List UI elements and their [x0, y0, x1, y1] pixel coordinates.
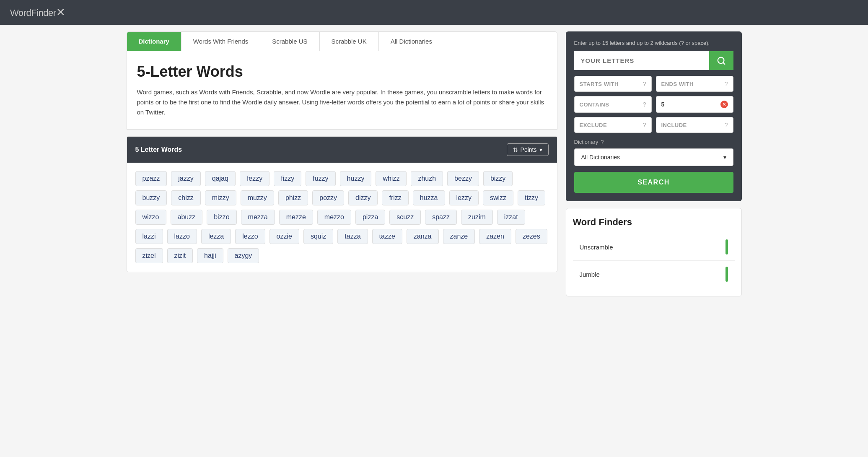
word-chip[interactable]: muzzy: [241, 190, 274, 205]
word-chip[interactable]: bizzy: [483, 171, 513, 186]
word-chip[interactable]: fizzy: [274, 171, 301, 186]
dictionary-help-icon[interactable]: ?: [601, 139, 604, 145]
word-chip[interactable]: jazzy: [171, 171, 200, 186]
word-chip[interactable]: mizzy: [205, 190, 236, 205]
word-chip[interactable]: fezzy: [240, 171, 269, 186]
words-grid: pzazzjazzyqajaqfezzyfizzyfuzzyhuzzywhizz…: [127, 163, 557, 272]
word-chip[interactable]: qajaq: [205, 171, 236, 186]
tab-words-with-friends[interactable]: Words With Friends: [181, 32, 260, 51]
starts-with-help-icon[interactable]: ?: [643, 80, 646, 87]
word-chip[interactable]: wizzo: [135, 210, 166, 225]
word-chip[interactable]: huzzy: [340, 171, 372, 186]
word-chip[interactable]: pozzy: [312, 190, 344, 205]
word-chip[interactable]: fuzzy: [306, 171, 335, 186]
finder-item-unscramble[interactable]: Unscramble: [573, 234, 735, 261]
word-chip[interactable]: lezzy: [449, 190, 479, 205]
word-chip[interactable]: bezzy: [447, 171, 479, 186]
word-finders-title: Word Finders: [573, 217, 735, 228]
word-chip[interactable]: buzzy: [135, 190, 167, 205]
ends-with-help-icon[interactable]: ?: [725, 80, 728, 87]
logo[interactable]: WordFinder✕: [10, 6, 65, 19]
word-chip[interactable]: zizel: [135, 248, 163, 263]
word-chip[interactable]: scuzz: [389, 210, 421, 225]
main-container: Dictionary Words With Friends Scrabble U…: [120, 25, 749, 303]
contains-field[interactable]: CONTAINS ?: [574, 96, 652, 113]
word-chip[interactable]: hajji: [197, 248, 223, 263]
word-chip[interactable]: tazze: [372, 229, 402, 244]
right-sidebar: Enter up to 15 letters and up to 2 wildc…: [566, 31, 742, 296]
word-chip[interactable]: zanze: [443, 229, 475, 244]
word-chip[interactable]: lazzi: [135, 229, 163, 244]
include-help-icon[interactable]: ?: [725, 122, 728, 128]
length-value: 5: [661, 101, 665, 108]
page-title: 5-Letter Words: [137, 63, 547, 80]
word-chip[interactable]: zuzim: [461, 210, 493, 225]
site-header: WordFinder✕: [0, 0, 868, 25]
word-chip[interactable]: pizza: [355, 210, 385, 225]
word-chip[interactable]: frizz: [382, 190, 408, 205]
words-section: 5 Letter Words ⇅ Points ▾ pzazzjazzyqaja…: [127, 136, 557, 272]
sort-button[interactable]: ⇅ Points ▾: [507, 143, 549, 156]
tab-scrabble-us[interactable]: Scrabble US: [260, 32, 319, 51]
exclude-help-icon[interactable]: ?: [643, 122, 646, 128]
sort-icon: ⇅: [513, 146, 518, 153]
search-button[interactable]: SEARCH: [574, 172, 733, 193]
word-chip[interactable]: chizz: [171, 190, 200, 205]
word-chip[interactable]: swizz: [483, 190, 513, 205]
word-chip[interactable]: lezzo: [235, 229, 265, 244]
starts-with-label: STARTS WITH: [580, 81, 619, 87]
word-chip[interactable]: bizzo: [207, 210, 236, 225]
finder-item-jumble[interactable]: Jumble: [573, 261, 735, 288]
content-description: Word games, such as Words with Friends, …: [137, 87, 547, 117]
word-chip[interactable]: phizz: [278, 190, 308, 205]
starts-with-field[interactable]: STARTS WITH ?: [574, 76, 652, 92]
word-chip[interactable]: ozzie: [269, 229, 299, 244]
word-chip[interactable]: spazz: [425, 210, 457, 225]
word-chip[interactable]: azygy: [228, 248, 259, 263]
contains-help-icon[interactable]: ?: [643, 101, 646, 108]
length-clear-button[interactable]: ✕: [720, 101, 728, 108]
word-chip[interactable]: mezze: [279, 210, 313, 225]
word-chip[interactable]: mezza: [241, 210, 275, 225]
logo-symbol: ✕: [56, 6, 65, 18]
word-chip[interactable]: dizzy: [348, 190, 378, 205]
tab-bar: Dictionary Words With Friends Scrabble U…: [127, 31, 557, 51]
search-input[interactable]: [574, 51, 709, 70]
tab-scrabble-uk[interactable]: Scrabble UK: [320, 32, 379, 51]
word-chip[interactable]: lazzo: [167, 229, 197, 244]
word-chip[interactable]: tizzy: [518, 190, 545, 205]
left-column: Dictionary Words With Friends Scrabble U…: [127, 31, 557, 296]
content-card: 5-Letter Words Word games, such as Words…: [127, 51, 557, 130]
ends-with-field[interactable]: ENDS WITH ?: [656, 76, 733, 92]
search-icon-button[interactable]: [709, 51, 733, 70]
sort-chevron-icon: ▾: [539, 146, 542, 153]
word-chip[interactable]: lezza: [201, 229, 231, 244]
exclude-field[interactable]: EXCLUDE ?: [574, 117, 652, 133]
tab-dictionary[interactable]: Dictionary: [127, 32, 181, 51]
word-chip[interactable]: squiz: [303, 229, 333, 244]
word-finders-section: Word Finders Unscramble Jumble: [566, 208, 742, 296]
word-chip[interactable]: tazza: [337, 229, 368, 244]
finder-unscramble-label: Unscramble: [580, 244, 613, 251]
tab-all-dictionaries[interactable]: All Dictionaries: [379, 32, 444, 51]
word-chip[interactable]: zanza: [407, 229, 439, 244]
word-chip[interactable]: huzza: [413, 190, 445, 205]
finder-jumble-label: Jumble: [580, 271, 600, 278]
word-chip[interactable]: zezes: [516, 229, 547, 244]
include-field[interactable]: INCLUDE ?: [656, 117, 733, 133]
filter-grid: STARTS WITH ? ENDS WITH ? CONTAINS ? 5 ✕…: [574, 76, 733, 133]
words-section-header: 5 Letter Words ⇅ Points ▾: [127, 137, 557, 163]
word-chip[interactable]: pzazz: [135, 171, 167, 186]
word-chip[interactable]: whizz: [376, 171, 407, 186]
finder-jumble-indicator: [725, 267, 728, 282]
word-chip[interactable]: abuzz: [171, 210, 203, 225]
word-chip[interactable]: zazen: [479, 229, 511, 244]
word-chip[interactable]: mezzo: [317, 210, 351, 225]
dictionary-select-value: All Dictionaries: [581, 154, 620, 161]
length-field[interactable]: 5 ✕: [656, 96, 733, 113]
word-chip[interactable]: izzat: [497, 210, 525, 225]
word-chip[interactable]: zhuzh: [411, 171, 443, 186]
dictionary-select[interactable]: All Dictionaries ▾: [574, 148, 733, 166]
include-label: INCLUDE: [661, 122, 687, 128]
word-chip[interactable]: zizit: [167, 248, 193, 263]
